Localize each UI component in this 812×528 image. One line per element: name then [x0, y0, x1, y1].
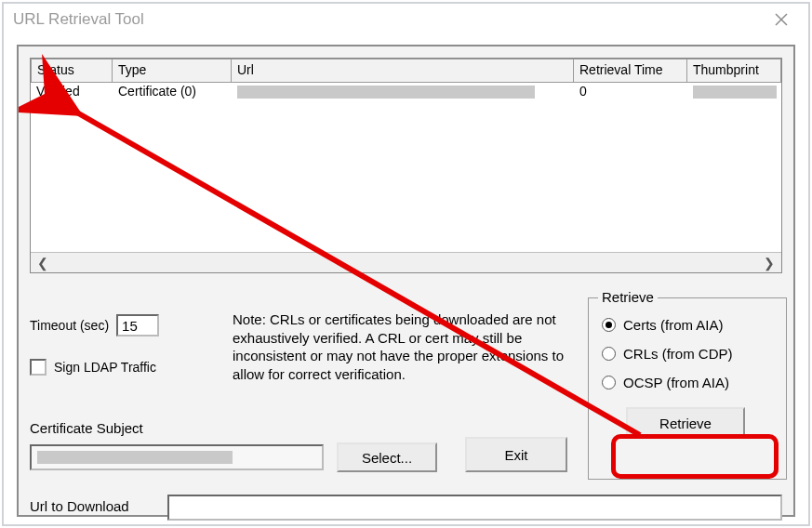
sign-ldap-checkbox[interactable]	[30, 359, 47, 376]
retrieve-group-title: Retrieve	[598, 289, 658, 305]
window: URL Retrieval Tool Status Type Url Retri…	[2, 2, 810, 526]
col-header-type[interactable]: Type	[113, 59, 232, 83]
titlebar: URL Retrieval Tool	[4, 4, 808, 35]
retrieve-option-crls[interactable]: CRLs (from CDP)	[602, 346, 786, 362]
cell-thumbprint	[687, 83, 781, 103]
table-row[interactable]: Verified Certificate (0) 0	[31, 83, 781, 103]
col-header-thumbprint[interactable]: Thumbprint	[687, 59, 781, 83]
timeout-label: Timeout (sec)	[30, 318, 109, 333]
sign-ldap-row: Sign LDAP Traffic	[30, 359, 156, 376]
url-to-download-input[interactable]	[167, 495, 782, 521]
cell-url	[232, 83, 574, 103]
annotation-highlight	[611, 434, 779, 479]
close-icon[interactable]	[764, 4, 799, 35]
note-text: Note: CRLs or certificates being downloa…	[233, 310, 577, 383]
col-header-url[interactable]: Url	[232, 59, 574, 83]
radio-label: OCSP (from AIA)	[623, 375, 729, 390]
select-button[interactable]: Select...	[337, 442, 437, 472]
radio-icon	[602, 347, 616, 361]
retrieve-groupbox: Retrieve Certs (from AIA) CRLs (from CDP…	[588, 297, 787, 480]
radio-label: Certs (from AIA)	[623, 317, 724, 333]
results-table[interactable]: Status Type Url Retrieval Time Thumbprin…	[30, 58, 782, 273]
horizontal-scrollbar[interactable]: ❮ ❯	[31, 252, 781, 272]
retrieve-option-ocsp[interactable]: OCSP (from AIA)	[602, 375, 786, 390]
window-title: URL Retrieval Tool	[13, 10, 144, 29]
radio-label: CRLs (from CDP)	[623, 346, 733, 362]
main-panel: Status Type Url Retrieval Time Thumbprin…	[17, 45, 795, 517]
chevron-right-icon[interactable]: ❯	[761, 255, 778, 271]
certificate-subject-label: Certificate Subject	[30, 420, 143, 436]
url-to-download-label: Url to Download	[30, 498, 129, 514]
col-header-status[interactable]: Status	[31, 59, 113, 83]
timeout-row: Timeout (sec)	[30, 314, 159, 337]
certificate-subject-field	[30, 444, 324, 470]
col-header-retrieval-time[interactable]: Retrieval Time	[574, 59, 687, 83]
table-header: Status Type Url Retrieval Time Thumbprin…	[31, 59, 781, 83]
cell-retrieval-time: 0	[574, 83, 687, 103]
chevron-left-icon[interactable]: ❮	[34, 255, 51, 271]
exit-button[interactable]: Exit	[465, 437, 567, 472]
cell-status: Verified	[31, 83, 113, 103]
retrieve-button[interactable]: Retrieve	[626, 407, 745, 439]
timeout-input[interactable]	[116, 314, 159, 337]
radio-icon	[602, 318, 616, 332]
retrieve-option-certs[interactable]: Certs (from AIA)	[602, 317, 786, 333]
radio-icon	[602, 376, 616, 389]
cell-type: Certificate (0)	[113, 83, 232, 103]
sign-ldap-label: Sign LDAP Traffic	[54, 360, 156, 375]
